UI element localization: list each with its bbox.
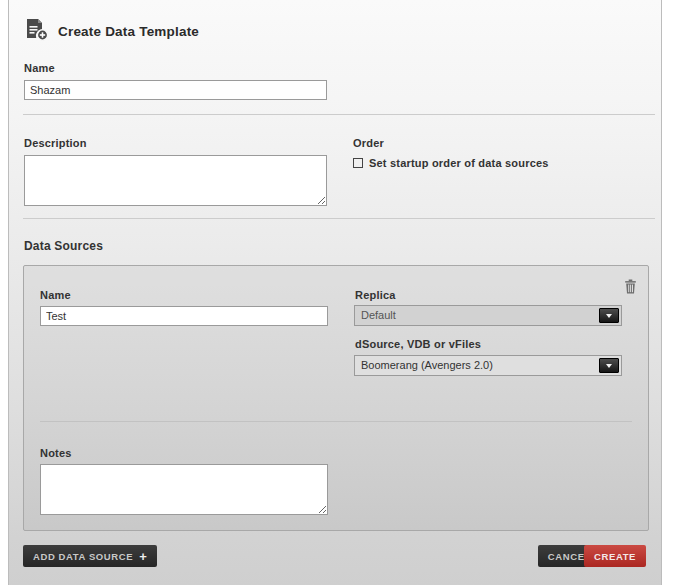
trash-icon[interactable] (624, 279, 637, 297)
create-button[interactable]: CREATE (584, 545, 646, 567)
replica-dropdown-button[interactable] (599, 308, 619, 323)
description-textarea[interactable] (24, 155, 327, 206)
name-label: Name (24, 62, 55, 74)
plus-icon: + (139, 550, 147, 563)
data-source-card: Name Replica Default dSource, VDB or vFi… (23, 265, 649, 531)
name-input[interactable] (24, 80, 327, 100)
add-data-source-button[interactable]: ADD DATA SOURCE + (23, 545, 157, 567)
card-divider (40, 421, 632, 422)
dialog-header: Create Data Template (25, 18, 199, 45)
create-data-template-dialog: Create Data Template Name Description Or… (8, 0, 662, 585)
page-title: Create Data Template (58, 24, 199, 39)
dsource-select[interactable]: Boomerang (Avengers 2.0) (354, 355, 622, 376)
dsource-dropdown-button[interactable] (599, 358, 619, 373)
chevron-down-icon (606, 314, 612, 318)
startup-order-checkbox-label: Set startup order of data sources (369, 157, 549, 169)
dsource-select-value: Boomerang (Avengers 2.0) (361, 359, 493, 371)
replica-select-value: Default (361, 309, 396, 321)
data-sources-heading: Data Sources (24, 239, 103, 253)
replica-label: Replica (355, 289, 396, 301)
order-checkbox-row: Set startup order of data sources (353, 157, 549, 169)
section-divider (23, 218, 655, 219)
startup-order-checkbox[interactable] (353, 158, 363, 168)
order-label: Order (353, 137, 384, 149)
replica-select[interactable]: Default (354, 305, 622, 326)
ds-name-label: Name (40, 289, 71, 301)
chevron-down-icon (606, 364, 612, 368)
notes-textarea[interactable] (40, 464, 328, 515)
dsource-label: dSource, VDB or vFiles (355, 338, 481, 350)
create-button-label: CREATE (594, 551, 636, 562)
section-divider (23, 114, 655, 115)
ds-name-input[interactable] (40, 306, 328, 326)
notes-label: Notes (40, 447, 72, 459)
add-data-source-label: ADD DATA SOURCE (33, 551, 133, 562)
description-label: Description (24, 137, 87, 149)
document-add-icon (25, 18, 50, 45)
